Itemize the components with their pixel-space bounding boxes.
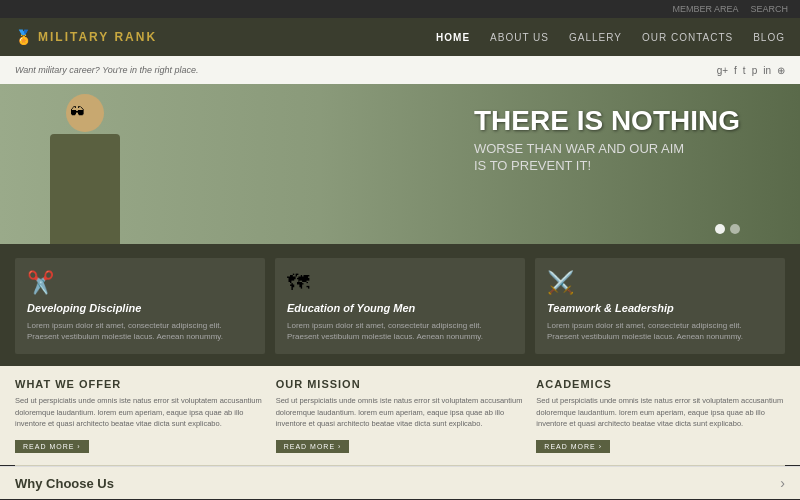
offer-text-2: Sed ut perspiciatis unde omnis iste natu… [276,395,525,429]
pinterest-icon[interactable]: p [752,65,758,76]
hero-title: THERE IS NOTHING [474,106,740,137]
offer-what-we-offer: WHAT WE OFFER Sed ut perspiciatis unde o… [15,378,264,453]
header: 🏅 MILITARY RANK HOME ABOUT US GALLERY OU… [0,18,800,56]
hero-subtitle: WORSE THAN WAR AND OUR AIM IS TO PREVENT… [474,141,740,175]
rss-icon[interactable]: ⊕ [777,65,785,76]
person-body [50,134,120,244]
nav-contacts[interactable]: OUR CONTACTS [642,32,733,43]
cards-section: ✂️ Developing Discipline Lorem ipsum dol… [0,244,800,366]
hero-dots [715,224,740,234]
social-icons: g+ f t p in ⊕ [717,65,785,76]
read-more-button-1[interactable]: READ MORE › [15,440,89,453]
next-arrow-icon[interactable]: › [780,475,785,491]
logo: 🏅 MILITARY RANK [15,29,157,45]
subheader: Want military career? You're in the righ… [0,56,800,84]
logo-icon: 🏅 [15,29,32,45]
card-teamwork: ⚔️ Teamwork & Leadership Lorem ipsum dol… [535,258,785,354]
offer-text-3: Sed ut perspiciatis unde omnis iste natu… [536,395,785,429]
card-discipline: ✂️ Developing Discipline Lorem ipsum dol… [15,258,265,354]
facebook-icon[interactable]: f [734,65,737,76]
member-area-link[interactable]: MEMBER AREA [672,4,738,14]
teamwork-icon: ⚔️ [547,270,773,296]
offer-text-1: Sed ut perspiciatis unde omnis iste natu… [15,395,264,429]
twitter-icon[interactable]: t [743,65,746,76]
linkedin-icon[interactable]: in [763,65,771,76]
top-bar: MEMBER AREA SEARCH [0,0,800,18]
discipline-icon: ✂️ [27,270,253,296]
nav-blog[interactable]: BLOG [753,32,785,43]
card-education-text: Lorem ipsum dolor sit amet, consectetur … [287,320,513,342]
card-education-title: Education of Young Men [287,302,513,314]
dot-1[interactable] [715,224,725,234]
read-more-button-3[interactable]: READ MORE › [536,440,610,453]
why-choose-section: Why Choose Us › [0,466,800,499]
card-teamwork-title: Teamwork & Leadership [547,302,773,314]
nav-home[interactable]: HOME [436,32,470,43]
main-nav: HOME ABOUT US GALLERY OUR CONTACTS BLOG [436,32,785,43]
offers-section: WHAT WE OFFER Sed ut perspiciatis unde o… [0,366,800,465]
why-choose-title: Why Choose Us [15,476,114,491]
card-discipline-text: Lorem ipsum dolor sit amet, consectetur … [27,320,253,342]
hero-person [20,86,150,244]
card-discipline-title: Developing Discipline [27,302,253,314]
hero-text: THERE IS NOTHING WORSE THAN WAR AND OUR … [474,106,740,175]
offer-title-1: WHAT WE OFFER [15,378,264,390]
card-education: 🗺 Education of Young Men Lorem ipsum dol… [275,258,525,354]
google-plus-icon[interactable]: g+ [717,65,728,76]
nav-about[interactable]: ABOUT US [490,32,549,43]
logo-text: MILITARY RANK [38,30,157,44]
offer-academics: ACADEMICS Sed ut perspiciatis unde omnis… [536,378,785,453]
nav-gallery[interactable]: GALLERY [569,32,622,43]
person-head [66,94,104,132]
tagline: Want military career? You're in the righ… [15,65,198,75]
hero-section: THERE IS NOTHING WORSE THAN WAR AND OUR … [0,84,800,244]
read-more-button-2[interactable]: READ MORE › [276,440,350,453]
person-shape [40,94,130,244]
search-link[interactable]: SEARCH [750,4,788,14]
education-icon: 🗺 [287,270,513,296]
offer-mission: OUR MISSION Sed ut perspiciatis unde omn… [276,378,525,453]
dot-2[interactable] [730,224,740,234]
offer-title-3: ACADEMICS [536,378,785,390]
offer-title-2: OUR MISSION [276,378,525,390]
card-teamwork-text: Lorem ipsum dolor sit amet, consectetur … [547,320,773,342]
